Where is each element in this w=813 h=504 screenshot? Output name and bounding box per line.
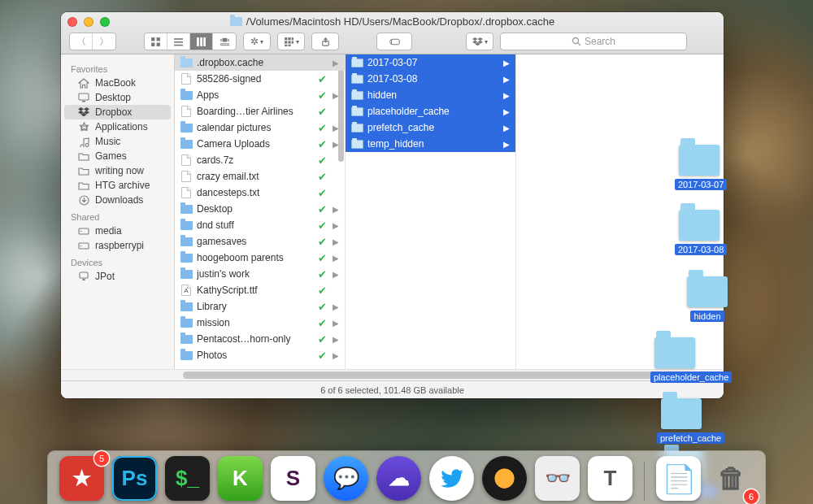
share-button[interactable] — [311, 33, 339, 50]
sidebar-item-jpot[interactable]: JPot — [64, 269, 171, 284]
folder-icon — [350, 122, 363, 133]
svg-rect-36 — [83, 279, 85, 280]
file-row[interactable]: gamesaves✔︎▶ — [175, 233, 345, 250]
svg-point-34 — [80, 245, 82, 246]
file-row[interactable]: 2017-03-08▶ — [346, 71, 515, 87]
dock-item-document[interactable]: 📄 — [656, 456, 701, 501]
file-row[interactable]: temp_hidden▶ — [346, 136, 515, 152]
sidebar-item-label: JPot — [95, 271, 115, 282]
dock-app-photoshop[interactable]: Ps — [112, 456, 157, 501]
dock-app-messages[interactable]: 💬 — [324, 456, 368, 501]
file-row[interactable]: crazy email.txt✔︎ — [175, 168, 345, 185]
file-row[interactable]: placeholder_cache▶ — [346, 103, 515, 119]
file-name: Camera Uploads — [197, 138, 312, 150]
file-row[interactable]: Library✔︎▶ — [175, 298, 345, 315]
view-icon-button[interactable] — [145, 33, 167, 50]
share-icon — [320, 37, 331, 47]
minimize-button[interactable] — [84, 17, 93, 27]
sidebar-item-label: MacBook — [95, 77, 136, 89]
file-row[interactable]: 2017-03-07▶ — [346, 54, 515, 71]
sidebar-item-desktop[interactable]: Desktop — [64, 90, 171, 105]
view-coverflow-button[interactable] — [213, 33, 236, 50]
svg-rect-12 — [227, 39, 228, 41]
file-row[interactable]: cards.7z✔︎ — [175, 152, 345, 168]
dock-app-slack[interactable]: S — [271, 456, 315, 501]
file-row[interactable]: hidden▶ — [346, 87, 515, 103]
file-name: prefetch_cache — [367, 122, 498, 133]
dragged-folder[interactable]: 2017-03-08 — [675, 210, 724, 256]
zoom-button[interactable] — [100, 17, 110, 27]
sync-status-icon: ✔︎ — [316, 187, 328, 199]
sidebar-item-macbook[interactable]: MacBook — [64, 76, 171, 90]
file-row[interactable]: dnd stuff✔︎▶ — [175, 217, 345, 233]
dock-app-kindle[interactable]: K — [218, 456, 263, 501]
file-row[interactable]: Pentacost…horn-only✔︎▶ — [175, 331, 345, 347]
sidebar-item-games[interactable]: Games — [64, 149, 171, 163]
sidebar-item-dropbox[interactable]: Dropbox — [64, 105, 171, 119]
sync-status-icon: ✔︎ — [316, 285, 328, 297]
action-button[interactable]: ▾ — [277, 33, 305, 50]
view-column-button[interactable] — [190, 33, 213, 50]
back-button[interactable]: 〈 — [70, 33, 93, 50]
dock-app-twitter[interactable] — [429, 456, 474, 501]
svg-rect-1 — [157, 37, 160, 41]
file-row[interactable]: AKathyScript.ttf✔︎ — [175, 282, 345, 298]
dock-app-cloud-app[interactable]: ☁ — [376, 456, 421, 501]
dock-app-vlc[interactable]: ◉ — [482, 456, 527, 501]
file-row[interactable]: Photos✔︎▶ — [175, 347, 345, 363]
close-button[interactable] — [67, 17, 77, 27]
server-icon — [77, 240, 90, 251]
chevron-right-icon: ▶ — [502, 140, 511, 149]
chevron-right-icon: ▶ — [332, 237, 340, 246]
dock-item-trash[interactable]: 🗑6 — [709, 456, 754, 501]
sidebar[interactable]: FavoritesMacBookDesktopDropboxApplicatio… — [61, 54, 175, 369]
sidebar-item-raspberrypi[interactable]: raspberrypi — [64, 238, 171, 253]
file-row[interactable]: dancesteps.txt✔︎ — [175, 185, 345, 201]
sidebar-item-music[interactable]: Music — [64, 134, 171, 149]
sidebar-item-applications[interactable]: Applications — [64, 119, 171, 134]
sidebar-item-downloads[interactable]: Downloads — [64, 193, 171, 207]
dock-app-preview[interactable]: 👓 — [535, 456, 580, 501]
file-row[interactable]: Camera Uploads✔︎▶ — [175, 136, 345, 152]
scrollbar-horizontal[interactable] — [61, 369, 724, 380]
dock-app-textedit[interactable]: T — [588, 456, 633, 501]
sidebar-item-writing-now[interactable]: writing now — [64, 163, 171, 178]
file-icon — [180, 236, 193, 247]
file-row[interactable]: Desktop✔︎▶ — [175, 201, 345, 217]
file-row[interactable]: hoogeboom parents✔︎▶ — [175, 250, 345, 266]
file-row[interactable]: .dropbox.cache▶ — [175, 54, 345, 71]
dragged-folder[interactable]: hidden — [683, 276, 732, 323]
tag-icon — [389, 37, 400, 47]
file-name: Library — [197, 301, 312, 312]
column-2[interactable]: 2017-03-07▶2017-03-08▶hidden▶placeholder… — [346, 54, 516, 369]
file-name: KathyScript.ttf — [197, 285, 312, 296]
sync-status-icon: ✔︎ — [316, 317, 328, 329]
dock-app-wunderlist[interactable]: ★5 — [59, 456, 104, 501]
sync-status-icon: ✔︎ — [316, 252, 328, 264]
file-row[interactable]: calendar pictures✔︎▶ — [175, 119, 345, 136]
file-name: cards.7z — [197, 154, 312, 166]
file-row[interactable]: Apps✔︎▶ — [175, 87, 345, 103]
dragged-folder[interactable]: prefetch_cache — [657, 398, 706, 445]
arrange-button[interactable]: ✲▾ — [243, 33, 271, 50]
column-1[interactable]: .dropbox.cache▶585286-signed✔︎Apps✔︎▶Boa… — [175, 54, 346, 369]
sidebar-item-media[interactable]: media — [64, 224, 171, 238]
dragged-folder[interactable]: 2017-03-07 — [675, 145, 724, 191]
sidebar-item-label: Dropbox — [95, 106, 132, 118]
dropbox-menu-button[interactable]: ▾ — [466, 33, 493, 50]
file-row[interactable]: 585286-signed✔︎ — [175, 71, 345, 87]
dock-app-terminal[interactable]: $_ — [165, 456, 210, 501]
dragged-folder[interactable]: placeholder_cache — [650, 337, 699, 384]
svg-rect-0 — [151, 37, 154, 41]
file-row[interactable]: prefetch_cache▶ — [346, 119, 515, 136]
view-list-button[interactable] — [167, 33, 190, 50]
sidebar-item-htg-archive[interactable]: HTG archive — [64, 178, 171, 193]
chevron-right-icon: ▶ — [502, 124, 511, 133]
tag-button[interactable] — [376, 33, 412, 50]
file-row[interactable]: mission✔︎▶ — [175, 315, 345, 331]
search-field[interactable]: Search — [500, 33, 687, 50]
forward-button[interactable]: 〉 — [93, 33, 115, 50]
file-row[interactable]: justin's work✔︎▶ — [175, 266, 345, 282]
file-icon — [180, 252, 193, 263]
file-row[interactable]: Boarding…tier Airlines✔︎ — [175, 103, 345, 119]
